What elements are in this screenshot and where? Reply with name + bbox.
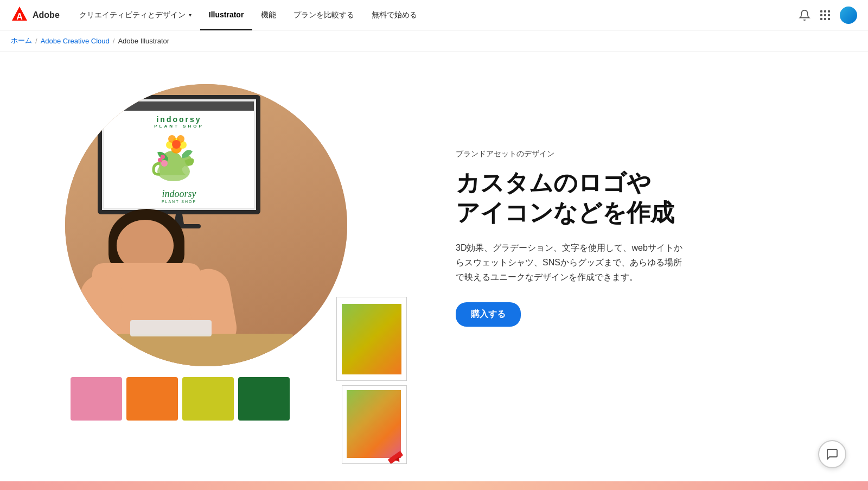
breadcrumb-creative-cloud[interactable]: Adobe Creative Cloud xyxy=(41,37,110,45)
chevron-down-icon: ▾ xyxy=(189,12,192,18)
gradient-box-small xyxy=(342,385,407,464)
plant-shop-top-text: PLANT SHOP xyxy=(154,124,204,129)
circle-image-inner: indoorsy PLANT SHOP xyxy=(65,84,347,366)
gradient-preview-small xyxy=(347,390,401,458)
hero-right: ブランドアセットのデザイン カスタムのロゴや アイコンなどを作成 3D効果、グラ… xyxy=(412,52,868,359)
gradient-boxes xyxy=(331,297,407,464)
monitor-toolbar xyxy=(104,101,254,111)
gradient-preview-large xyxy=(342,304,401,374)
breadcrumb-sep-2: / xyxy=(113,37,115,45)
swatch-pink xyxy=(71,377,122,421)
svg-point-11 xyxy=(161,160,168,167)
nav-features-label: 機能 xyxy=(261,10,276,20)
svg-point-10 xyxy=(172,140,181,149)
hero-circle-image: indoorsy PLANT SHOP xyxy=(65,84,347,366)
nav-compare-plans[interactable]: プランを比較する xyxy=(285,0,363,30)
color-swatches xyxy=(71,377,290,421)
person-silhouette xyxy=(76,193,239,366)
swatch-yellow xyxy=(182,377,234,421)
buy-button[interactable]: 購入する xyxy=(456,302,521,327)
swatch-green xyxy=(238,377,290,421)
user-avatar[interactable] xyxy=(840,7,857,24)
header-actions xyxy=(799,7,857,24)
gradient-box-large xyxy=(336,297,407,381)
swatch-orange xyxy=(126,377,178,421)
nav-illustrator[interactable]: Illustrator xyxy=(200,0,253,30)
main-heading: カスタムのロゴや アイコンなどを作成 xyxy=(456,168,835,227)
nav-compare-label: プランを比較する xyxy=(293,10,354,20)
nav-creativity-label: クリエイティビティとデザイン xyxy=(79,10,186,20)
breadcrumb-current-page: Adobe Illustrator xyxy=(118,37,169,45)
indoorsy-top-text: indoorsy xyxy=(156,115,201,124)
chat-icon xyxy=(826,448,839,461)
breadcrumb-sep-1: / xyxy=(35,37,37,45)
adobe-logo[interactable]: A Adobe xyxy=(11,5,60,25)
nav-free-label: 無料で始める xyxy=(372,10,417,20)
breadcrumb: ホーム / Adobe Creative Cloud / Adobe Illus… xyxy=(0,30,868,52)
brand-name: Adobe xyxy=(33,10,60,20)
main-nav: クリエイティビティとデザイン ▾ Illustrator 機能 プランを比較する… xyxy=(71,0,799,30)
svg-text:A: A xyxy=(16,12,23,21)
hero-left: indoorsy PLANT SHOP xyxy=(0,52,412,475)
heading-line1: カスタムのロゴや xyxy=(456,169,651,196)
main-content: indoorsy PLANT SHOP xyxy=(0,52,868,475)
category-label: ブランドアセットのデザイン xyxy=(456,149,835,159)
header: A Adobe クリエイティビティとデザイン ▾ Illustrator 機能 … xyxy=(0,0,868,30)
nav-illustrator-label: Illustrator xyxy=(209,10,244,19)
flower-logo-svg xyxy=(144,131,214,185)
nav-features[interactable]: 機能 xyxy=(252,0,285,30)
nav-free-start[interactable]: 無料で始める xyxy=(363,0,426,30)
heading-line2: アイコンなどを作成 xyxy=(456,199,674,226)
nav-creativity[interactable]: クリエイティビティとデザイン ▾ xyxy=(71,0,200,30)
description-text: 3D効果、グラデーション、文字を使用して、webサイトからスウェットシャツ、SN… xyxy=(456,240,684,285)
adobe-icon: A xyxy=(11,5,28,25)
svg-point-13 xyxy=(161,155,165,159)
chat-button[interactable] xyxy=(818,440,846,468)
notification-bell-icon[interactable] xyxy=(799,9,810,21)
apps-grid-icon[interactable] xyxy=(819,9,831,21)
plant-shop-logo: indoorsy PLANT SHOP xyxy=(108,115,250,129)
breadcrumb-home[interactable]: ホーム xyxy=(11,36,32,46)
